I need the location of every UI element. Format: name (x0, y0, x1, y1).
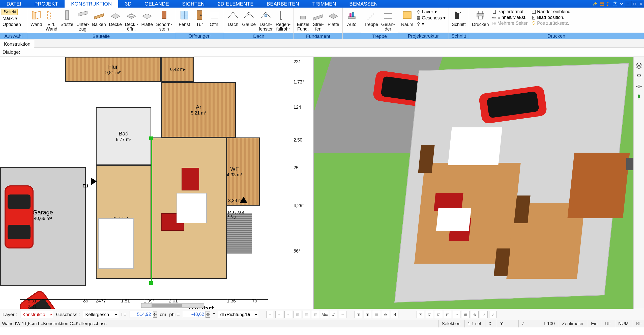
layer-dropdown[interactable]: Layer ▾ (416, 9, 446, 15)
gelaender-button[interactable]: Gelän- der (380, 9, 396, 32)
dachfenster-button[interactable]: Dach- fenster (257, 9, 274, 32)
menu-tab-datei[interactable]: DATEI (0, 0, 28, 8)
schnitt-button[interactable]: Schnitt (450, 9, 467, 27)
balken-button[interactable]: Balken (91, 9, 107, 27)
layer-select[interactable]: Konstruktio (20, 311, 53, 318)
window-split-icon[interactable]: ◫ (355, 311, 362, 318)
dropdown-icon[interactable] (619, 1, 624, 7)
hatch2-icon[interactable]: ▦ (303, 311, 310, 318)
struct-more-dropdown[interactable]: ▾ (416, 21, 446, 27)
auto-button[interactable]: Auto (344, 9, 359, 27)
pos-3-icon[interactable]: ◲ (435, 311, 442, 318)
view-3d[interactable] (314, 57, 633, 309)
raender-button[interactable]: Ränder einblend. (532, 9, 572, 14)
unterzug-button[interactable]: Unter- zug (75, 9, 91, 32)
snap-ext-icon[interactable]: ⤢ (489, 311, 497, 318)
streifen-button[interactable]: Strei- fen (311, 9, 326, 32)
stuetze-button[interactable]: Stütze (59, 9, 75, 27)
platte-button[interactable]: Platte (139, 9, 155, 27)
treppe-button[interactable]: Treppe (362, 9, 379, 27)
selected-wall[interactable] (151, 137, 152, 284)
l-spin-up[interactable]: ▲ (153, 312, 157, 315)
virtwand-button[interactable]: Virt. Wand (44, 9, 59, 32)
dim-style-icon[interactable]: ⇵ (330, 311, 337, 318)
einheit-button[interactable]: Einheit/Maßst. (492, 15, 529, 20)
window-close-button[interactable]: × (638, 1, 644, 7)
menu-tab-sichten[interactable]: SICHTEN (175, 0, 211, 8)
fund-platte-button[interactable]: Platte (326, 9, 341, 27)
text-abc-icon[interactable]: Abc (321, 311, 328, 318)
line-style-icon[interactable]: ─ (339, 311, 346, 318)
furniture-panel-icon[interactable] (635, 72, 642, 79)
n-tool-icon[interactable]: N (391, 311, 398, 318)
regenfallrohr-button[interactable]: Regen- fallrohr (274, 9, 292, 32)
snap-point-icon[interactable]: ⊕ (471, 311, 479, 318)
menu-tab-bearbeiten[interactable]: BEARBEITEN (260, 0, 306, 8)
selection-handle[interactable] (149, 281, 153, 285)
mehrere-seiten-button[interactable]: Mehrere Seiten (492, 21, 529, 26)
navigate-panel-icon[interactable] (635, 83, 642, 90)
select-button[interactable]: Selekt (2, 9, 18, 15)
menu-tab-konstruktion[interactable]: KONSTRUKTION (65, 0, 118, 8)
wand-button[interactable]: Wand (29, 9, 44, 27)
geschoss-select[interactable]: Kellergesch (83, 311, 118, 318)
landscape-panel-icon[interactable] (635, 94, 642, 101)
menu-tab-projekt[interactable]: PROJEKT (28, 0, 65, 8)
panel-collapse-handle[interactable] (626, 158, 633, 170)
view-2d[interactable]: Garage 40,66 m² Flur9,81 m² 6,42 m² Ar5,… (0, 57, 314, 309)
room-flur[interactable]: Flur9,81 m² (65, 57, 161, 82)
phi-spin-up[interactable]: ▲ (206, 312, 210, 315)
gaube-button[interactable]: Gaube (241, 9, 257, 27)
l-input[interactable] (130, 311, 152, 318)
phi-spin-down[interactable]: ▼ (206, 315, 210, 318)
layer-tool-icon[interactable]: ▣ (364, 311, 371, 318)
drucken-button[interactable]: Drucken (471, 9, 490, 27)
pos-1-icon[interactable]: ◰ (417, 311, 424, 318)
menu-tab-2d-elemente[interactable]: 2D-ELEMENTE (211, 0, 260, 8)
menu-tab-3d[interactable]: 3D (118, 0, 138, 8)
selection-handle[interactable] (149, 136, 153, 140)
node-tool-icon[interactable]: ⊙ (382, 311, 389, 318)
decke-button[interactable]: Decke (107, 9, 123, 27)
tool-wrench-icon[interactable] (593, 1, 598, 7)
bars-icon[interactable]: ▤ (312, 311, 319, 318)
geschoss-dropdown[interactable]: Geschoss ▾ (416, 15, 446, 21)
blatt-position-button[interactable]: Blatt position. (532, 15, 572, 20)
view-tab-konstruktion[interactable]: Konstruktion (0, 40, 34, 49)
snap-grid-icon[interactable]: ▦ (462, 311, 470, 318)
help-icon[interactable] (612, 1, 618, 7)
layers-panel-icon[interactable] (635, 62, 642, 69)
tool-swatch-icon[interactable] (606, 1, 611, 7)
align-right-icon[interactable]: ≡ (284, 311, 292, 318)
snap-end-icon[interactable]: ↗ (480, 311, 488, 318)
pos-reset-button[interactable]: Pos zurücksetz. (532, 21, 572, 26)
phi-input[interactable] (183, 311, 206, 318)
room-small[interactable]: 6,42 m² (161, 57, 194, 82)
l-spin-down[interactable]: ▼ (153, 315, 157, 318)
fenster-button[interactable]: Fenst (177, 9, 192, 27)
deckoeffn-button[interactable]: Deck.- öffn. (123, 9, 139, 32)
menu-tab-trimmen[interactable]: TRIMMEN (306, 0, 343, 8)
arrow-tool-icon[interactable]: ↔ (453, 311, 460, 318)
window-maximize-button[interactable]: □ (631, 1, 637, 7)
schornstein-button[interactable]: Schorn- stein (155, 9, 173, 32)
menu-tab-gelaende[interactable]: GELÄNDE (138, 0, 175, 8)
hatch-icon[interactable]: ▥ (294, 311, 301, 318)
optionen-button[interactable]: Optionen (2, 22, 21, 27)
tuer-button[interactable]: Tür (192, 9, 207, 27)
align-left-icon[interactable]: ≡ (266, 311, 274, 318)
room-ar[interactable]: Ar5,21 m² (161, 82, 236, 137)
dach-button[interactable]: Dach (225, 9, 241, 27)
einzelfund-button[interactable]: Einzel Fund. (295, 9, 311, 32)
dl-select[interactable]: dl (Richtung/Di (218, 311, 258, 318)
menu-tab-bemassen[interactable]: BEMASSEN (343, 0, 384, 8)
mark-button[interactable]: Mark. ▾ (2, 16, 17, 21)
papierformat-button[interactable]: Papierformat (492, 9, 529, 14)
raum-button[interactable]: Raum (400, 9, 415, 27)
pos-2-icon[interactable]: ◱ (426, 311, 433, 318)
tool-box-icon[interactable] (599, 1, 605, 7)
room-bad[interactable]: Bad6,77 m² (96, 107, 151, 165)
scrollbar-horizontal[interactable] (141, 303, 204, 308)
oeffn-button[interactable]: Öffn. (207, 9, 222, 27)
pos-4-icon[interactable]: ◳ (444, 311, 451, 318)
